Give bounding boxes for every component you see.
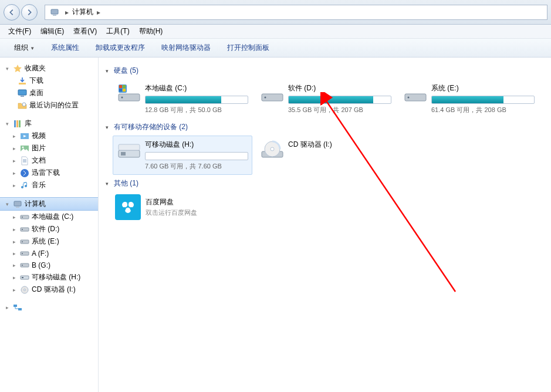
drive-title: CD 驱动器 (I:)	[288, 140, 332, 150]
tree-node-videos[interactable]: ▸ 视频	[0, 130, 98, 142]
hdd-icon	[20, 225, 29, 234]
tree-node-drive-i[interactable]: ▸ CD 驱动器 (I:)	[0, 283, 98, 296]
svg-point-20	[22, 241, 23, 242]
hdd-icon	[260, 83, 285, 104]
removable-drive-icon	[117, 140, 141, 161]
caret-icon: ▾	[4, 121, 11, 127]
hdd-icon	[20, 261, 29, 270]
svg-rect-13	[14, 201, 21, 206]
forward-button[interactable]	[21, 4, 38, 21]
svg-point-18	[22, 229, 23, 230]
tree-node-network[interactable]: ▸	[0, 302, 98, 313]
music-icon	[20, 181, 29, 190]
tree-node-drive-d[interactable]: ▸ 软件 (D:)	[0, 223, 98, 235]
tree-node-documents[interactable]: ▸ 文档	[0, 154, 98, 167]
svg-rect-0	[51, 9, 58, 14]
caret-icon: ▸	[11, 287, 18, 293]
drive-h[interactable]: 可移动磁盘 (H:) 7.60 GB 可用，共 7.60 GB	[113, 136, 252, 175]
caret-icon: ▾	[106, 181, 113, 187]
tree-node-downloads[interactable]: 下载	[0, 75, 98, 87]
sidebar: ▾ 收藏夹 下载 桌面 最近访问的位置 ▾ 库	[0, 58, 99, 392]
caret-icon: ▾	[106, 68, 113, 74]
section-other[interactable]: ▾ 其他 (1)	[106, 178, 544, 190]
library-icon	[13, 119, 22, 129]
svg-point-32	[121, 97, 123, 99]
svg-rect-6	[14, 120, 16, 127]
arrow-left-icon	[8, 8, 16, 16]
section-hdd[interactable]: ▾ 硬盘 (5)	[106, 66, 544, 77]
tree-node-xunlei[interactable]: ▸ 迅雷下载	[0, 167, 98, 179]
svg-rect-29	[13, 305, 17, 307]
tree-node-music[interactable]: ▸ 音乐	[0, 179, 98, 191]
caret-icon: ▸	[11, 170, 18, 176]
menu-file[interactable]: 文件(F)	[4, 26, 36, 36]
drive-title: 本地磁盘 (C:)	[145, 83, 248, 93]
drive-e[interactable]: 系统 (E:) 61.4 GB 可用，共 208 GB	[399, 79, 539, 119]
menu-help[interactable]: 帮助(H)	[134, 26, 168, 36]
toolbar-control-panel[interactable]: 打开控制面板	[219, 43, 278, 53]
tree-node-favorites[interactable]: ▾ 收藏夹	[0, 62, 98, 75]
tree-node-drive-c[interactable]: ▸ 本地磁盘 (C:)	[0, 211, 98, 223]
svg-rect-37	[123, 89, 126, 92]
caret-icon: ▸	[11, 275, 18, 281]
toolbar-organize[interactable]: 组织 ▼	[6, 43, 43, 53]
hdd-icon	[20, 249, 29, 258]
pictures-icon	[20, 144, 29, 153]
svg-point-28	[24, 289, 26, 290]
svg-rect-8	[19, 120, 21, 127]
menu-edit[interactable]: 编辑(E)	[36, 26, 69, 36]
svg-rect-34	[119, 85, 122, 88]
item-baidu-netdisk[interactable]: 百度网盘 双击运行百度网盘	[113, 192, 265, 222]
body: ▾ 收藏夹 下载 桌面 最近访问的位置 ▾ 库	[0, 58, 551, 392]
star-icon	[13, 64, 22, 73]
computer-crumb-icon	[48, 8, 64, 17]
hdd-icon	[20, 212, 29, 222]
toolbar-map-drive[interactable]: 映射网络驱动器	[153, 43, 219, 53]
tree-node-recent[interactable]: 最近访问的位置	[0, 99, 98, 111]
drive-subtext: 61.4 GB 可用，共 208 GB	[431, 106, 535, 114]
drive-cd[interactable]: CD 驱动器 (I:)	[256, 136, 395, 175]
menu-view[interactable]: 查看(V)	[69, 26, 102, 36]
address-bar[interactable]: ▸ 计算机 ▸	[45, 5, 547, 20]
documents-icon	[20, 156, 29, 165]
usage-bar	[145, 96, 248, 104]
caret-icon: ▸	[11, 262, 18, 268]
svg-point-24	[22, 265, 23, 266]
svg-rect-4	[21, 96, 24, 97]
svg-point-52	[123, 202, 127, 207]
tree-node-libraries[interactable]: ▾ 库	[0, 117, 98, 130]
tree-node-computer[interactable]: ▾ 计算机	[0, 197, 98, 211]
drive-title: 系统 (E:)	[431, 83, 535, 93]
removable-row: 可移动磁盘 (H:) 7.60 GB 可用，共 7.60 GB CD 驱动器 (…	[113, 136, 544, 175]
caret-icon: ▸	[11, 214, 18, 220]
tree-node-drive-g[interactable]: ▸ B (G:)	[0, 259, 98, 271]
menu-tools[interactable]: 工具(T)	[102, 26, 134, 36]
section-removable[interactable]: ▾ 有可移动存储的设备 (2)	[106, 122, 544, 133]
tree-node-drive-h[interactable]: ▸ 可移动磁盘 (H:)	[0, 271, 98, 283]
svg-rect-26	[22, 277, 23, 278]
recent-icon	[18, 101, 27, 110]
tree-favorites: ▾ 收藏夹 下载 桌面 最近访问的位置	[0, 62, 98, 111]
video-icon	[20, 131, 29, 141]
caret-icon: ▾	[106, 124, 113, 130]
svg-point-5	[22, 103, 26, 106]
drive-d[interactable]: 软件 (D:) 35.5 GB 可用，共 207 GB	[256, 79, 395, 119]
tree-node-desktop[interactable]: 桌面	[0, 87, 98, 99]
breadcrumb-computer[interactable]: 计算机	[70, 7, 96, 17]
drive-c[interactable]: 本地磁盘 (C:) 12.8 GB 可用，共 50.0 GB	[113, 79, 252, 119]
back-button[interactable]	[4, 4, 20, 21]
network-icon	[13, 303, 22, 312]
toolbar-system-properties[interactable]: 系统属性	[43, 43, 87, 53]
usage-bar	[288, 96, 391, 104]
navigation-bar: ▸ 计算机 ▸	[0, 0, 551, 25]
svg-point-54	[126, 208, 130, 212]
baidu-netdisk-icon	[115, 194, 141, 220]
tree-libraries: ▾ 库 ▸ 视频 ▸ 图片 ▸ 文档 ▸ 迅雷下载	[0, 117, 98, 191]
caret-icon: ▸	[11, 227, 18, 232]
tree-node-drive-e[interactable]: ▸ 系统 (E:)	[0, 235, 98, 248]
tree-node-pictures[interactable]: ▸ 图片	[0, 142, 98, 154]
svg-point-47	[271, 147, 274, 151]
toolbar-uninstall[interactable]: 卸载或更改程序	[87, 43, 153, 53]
tree-node-drive-f[interactable]: ▸ A (F:)	[0, 248, 98, 259]
usage-bar	[145, 152, 248, 160]
